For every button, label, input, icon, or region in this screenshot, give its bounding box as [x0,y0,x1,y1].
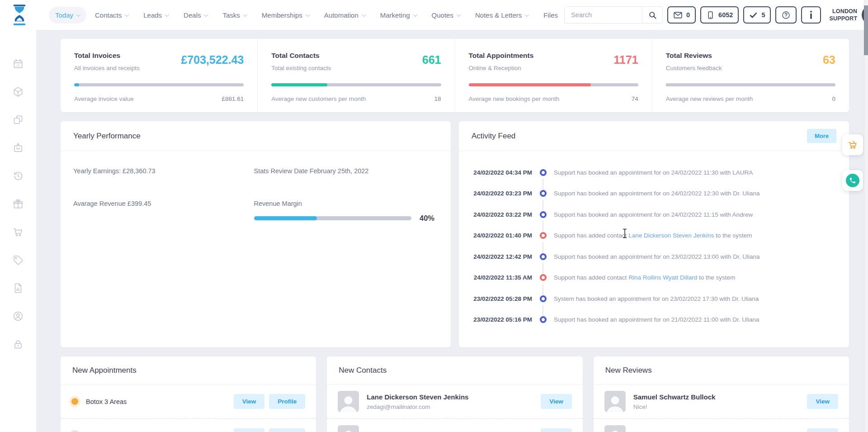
view-button[interactable]: View [807,428,838,432]
contact-row: Lane Dickerson Steven Jenkinszedagi@mail… [327,385,582,419]
nav-item-label: Files [543,11,558,19]
row-actions: View [536,394,572,409]
nav-item-files[interactable]: Files [537,7,564,24]
nav-item-quotes[interactable]: Quotes [425,7,467,24]
sidebar-item-calendar[interactable]: 12 [0,50,36,78]
badge-help[interactable] [775,6,797,24]
new-reviews-list: Samuel Schwartz BullockNice!ViewAlex Ste… [594,385,849,432]
nav-item-label: Automation [324,11,359,19]
nav-item-notes-letters[interactable]: Notes & Letters [469,7,535,24]
sidebar-item-duplicate[interactable] [0,106,36,134]
stat-average-label: Average invoice value [74,95,134,102]
stat-text: Total ContactsTotal existing contacts [271,52,331,71]
more-button[interactable]: More [807,129,836,143]
profile-button[interactable]: Profile [269,394,305,409]
contact-avatar [338,391,359,412]
nav-item-marketing[interactable]: Marketing [374,7,423,24]
badge-count: 6052 [718,11,733,19]
stat-average-label: Average new reviews per month [666,95,753,102]
search-button[interactable] [642,7,662,23]
stat-title: Total Invoices [74,52,140,60]
revenue-margin-block: Revenue Margin 40% [254,200,435,223]
badge-mail[interactable]: 0 [667,6,696,24]
sidebar-item-history[interactable] [0,162,36,190]
header-badges: 060525 [667,6,821,24]
activity-text: Support has added contact Rina Rollins W… [554,274,735,281]
mail-icon [673,10,683,20]
call-widget-button[interactable] [842,170,863,191]
stat-card-total-reviews: Total ReviewsCustomers feedback63Average… [652,39,849,112]
yearly-performance-panel: Yearly Performance Yearly Earnings: £28,… [61,121,451,347]
sidebar-item-gift[interactable] [0,190,36,218]
sidebar-item-account[interactable] [0,302,36,330]
nav-item-deals[interactable]: Deals [177,7,214,24]
sidebar-item-tag[interactable] [0,246,36,274]
activity-contact-link[interactable]: Rina Rollins Wyatt Dillard [628,274,697,281]
scrollbar-thumb[interactable] [864,5,868,55]
stat-card-total-appointments: Total AppointmentsOnline & Reception1171… [455,39,652,112]
user-menu[interactable]: LONDON SUPPORT [829,5,868,24]
appointment-row: Botox 3 AreasViewProfile [61,385,316,419]
appointment-row: Career CounsellingViewProfile [61,419,316,432]
stat-card-total-invoices: Total InvoicesAll invoices and receipts£… [61,39,257,112]
activity-timestamp: 24/02/2022 03:22 PM [469,211,532,218]
nav-item-tasks[interactable]: Tasks [216,7,253,24]
view-button[interactable]: View [541,394,572,409]
new-reviews-panel: New Reviews Samuel Schwartz BullockNice!… [594,356,849,432]
stat-average-value: 18 [434,95,441,102]
stat-top: Total ContactsTotal existing contacts661 [271,52,441,71]
lock-icon [12,338,24,350]
view-button[interactable]: View [541,428,572,432]
calendar-icon: 12 [12,58,24,70]
nav-item-memberships[interactable]: Memberships [255,7,316,24]
header-right: 060525 LONDON SUPPORT [564,5,868,24]
sidebar-item-lock[interactable] [0,330,36,358]
yearly-performance-body: Yearly Earnings: £28,360.73 Stats Review… [61,151,451,223]
timeline-dot-blue [540,253,547,260]
view-button[interactable]: View [234,428,265,432]
nav-item-contacts[interactable]: Contacts [89,7,135,24]
stat-average-value: 74 [632,95,638,102]
sidebar-item-products[interactable] [0,78,36,106]
nav-item-today[interactable]: Today [49,7,86,24]
stat-progress-bar [74,83,244,86]
person-info: Samuel Schwartz BullockNice! [633,393,716,410]
person-subtext: zedagi@mailinator.com [367,404,468,410]
stat-title: Total Appointments [469,52,534,60]
row-actions: ViewProfile [229,428,306,432]
reports-icon [12,282,24,294]
badge-info[interactable] [801,6,821,24]
duplicate-icon [12,114,24,126]
activity-row: 24/02/2022 03:23 PMSupport has booked an… [469,183,838,204]
nav-item-label: Contacts [95,11,122,19]
chevron-down-icon [525,12,529,17]
activity-contact-link[interactable]: Lane Dickerson Steven Jenkins [628,232,714,239]
new-appointments-panel: New Appointments Botox 3 AreasViewProfil… [61,356,316,432]
activity-text: Support has booked an appointment for on… [554,169,753,176]
view-button[interactable]: View [234,394,265,409]
sidebar-item-purchases[interactable] [0,134,36,162]
nav-item-leads[interactable]: Leads [137,7,175,24]
phone-icon [849,177,856,184]
sidebar-item-reports[interactable] [0,274,36,302]
stat-footer: Average new reviews per month0 [666,95,835,102]
cart-widget-button[interactable] [842,134,863,155]
activity-row: 24/02/2022 12:42 PMSupport has booked an… [469,246,838,267]
stat-value: 1171 [614,53,638,66]
timeline-dot-blue [540,295,547,302]
chevron-down-icon [413,12,417,17]
chevron-down-icon [361,12,366,17]
activity-timestamp: 24/02/2022 01:40 PM [469,232,532,239]
badge-phone[interactable]: 6052 [700,6,739,24]
nav-item-automation[interactable]: Automation [318,7,372,24]
appointment-name: Botox 3 Areas [86,398,127,405]
search-input[interactable] [565,7,642,23]
badge-check[interactable]: 5 [743,6,771,24]
view-button[interactable]: View [807,394,838,409]
sidebar-item-cart[interactable] [0,218,36,246]
activity-timestamp: 24/02/2022 11:35 AM [469,274,532,281]
profile-button[interactable]: Profile [269,428,305,432]
bottom-panels: New Appointments Botox 3 AreasViewProfil… [61,356,849,432]
activity-row: 24/02/2022 04:34 PMSupport has booked an… [469,162,838,183]
pabau-logo-icon[interactable] [11,5,28,25]
